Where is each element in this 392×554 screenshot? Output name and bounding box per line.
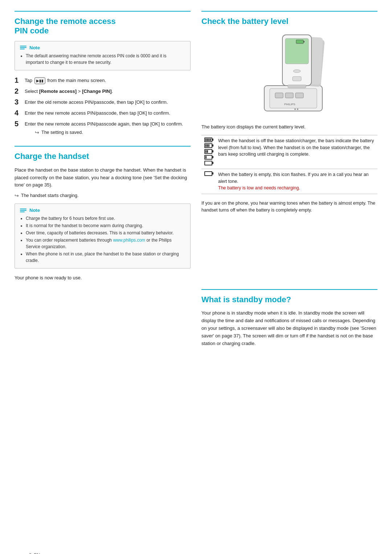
pin-note-box: Note The default answering machine remot… [15, 41, 191, 70]
battery-warning-text: If you are on the phone, you hear warnin… [201, 200, 377, 214]
step-3: 3 Enter the old remote access PIN/passco… [15, 98, 191, 106]
step-4: 4 Enter the new remote access PIN/passco… [15, 109, 191, 117]
charge-note-box: Note Charge the battery for 6 hours befo… [15, 204, 191, 268]
pin-section-rule [15, 11, 191, 12]
charge-note-item-1: Charge the battery for 6 hours before fi… [26, 215, 185, 222]
svg-text:PHILIPS: PHILIPS [284, 103, 295, 106]
charge-section-title: Charge the handset [15, 152, 191, 161]
charge-note-item-3: Over time, capacity of batteries decreas… [26, 230, 185, 236]
battery-section-title: Check the battery level [201, 17, 377, 26]
bat-icon-full [204, 138, 212, 142]
svg-rect-4 [295, 93, 303, 98]
bat-icon-0bar [204, 161, 212, 165]
svg-rect-13 [303, 41, 305, 42]
standby-section: What is standby mode? Your phone is in s… [201, 289, 377, 351]
bat-icon-3bar [204, 143, 212, 148]
svg-rect-2 [275, 93, 283, 98]
standby-body-text: Your phone is in standby mode when it is… [201, 309, 377, 347]
battery-row-1: When the handset is off the base station… [201, 135, 377, 169]
battery-icons-empty [201, 169, 215, 194]
svg-rect-3 [285, 93, 293, 98]
battery-row-1-text: When the handset is off the base station… [215, 135, 377, 169]
pin-steps-list: 1 Tap ▶▮▮ from the main menu screen. 2 S… [15, 76, 191, 137]
battery-section: Check the battery level PHILIPS [201, 11, 377, 286]
pin-note-item: The default answering machine remote acc… [26, 53, 185, 66]
bat-icon-1bar [204, 155, 212, 160]
svg-point-7 [297, 108, 298, 110]
charge-note-list: Charge the battery for 6 hours before fi… [20, 215, 185, 264]
am-icon: ▶▮▮ [34, 77, 45, 84]
battery-desc: The battery icon displays the current ba… [201, 123, 377, 131]
charge-note-item-4: You can order replacement batteries thro… [26, 237, 185, 250]
svg-point-14 [293, 70, 301, 73]
svg-rect-15 [293, 77, 301, 81]
pin-section: Change the remote access PIN code Note T… [15, 11, 191, 142]
charge-note-header: Note [20, 208, 185, 213]
pin-note-list: The default answering machine remote acc… [20, 53, 185, 66]
charge-body-text: Place the handset on the base station to… [15, 167, 191, 189]
step-1: 1 Tap ▶▮▮ from the main menu screen. [15, 76, 191, 84]
battery-table: When the handset is off the base station… [201, 135, 377, 194]
charge-note-item-2: It is normal for the handset to become w… [26, 222, 185, 229]
battery-icons-full [201, 135, 215, 169]
bat-icon-empty-flash [204, 171, 212, 176]
battery-section-rule [201, 11, 377, 12]
standby-section-rule [201, 289, 377, 290]
charge-note-item-5: When the phone is not in use, place the … [26, 251, 185, 264]
charge-section-rule [15, 146, 191, 147]
svg-rect-16 [288, 85, 306, 88]
phone-illustration: PHILIPS [201, 31, 377, 118]
step-5: 5 Enter the new remote access PIN/passco… [15, 120, 191, 137]
charge-ready-text: Your phone is now ready to use. [15, 274, 191, 282]
step5-result: ↪ The setting is saved. [35, 129, 183, 136]
note-icon [20, 46, 26, 49]
battery-row-2-text: When the battery is empty, this icon fla… [215, 169, 377, 194]
bat-icon-2bar [204, 149, 212, 154]
note-icon-2 [20, 209, 26, 212]
pin-section-title: Change the remote access PIN code [15, 17, 191, 36]
charge-section: Charge the handset Place the handset on … [15, 146, 191, 286]
page-number: 8 EN [29, 553, 40, 554]
svg-rect-12 [296, 40, 303, 44]
step-2: 2 Select [Remote access] > [Change PIN]. [15, 87, 191, 95]
charge-result: ↪ The handset starts charging. [15, 193, 191, 198]
svg-point-6 [294, 108, 296, 110]
battery-row-2: When the battery is empty, this icon fla… [201, 169, 377, 194]
standby-section-title: What is standby mode? [201, 295, 377, 304]
pin-note-header: Note [20, 45, 185, 50]
